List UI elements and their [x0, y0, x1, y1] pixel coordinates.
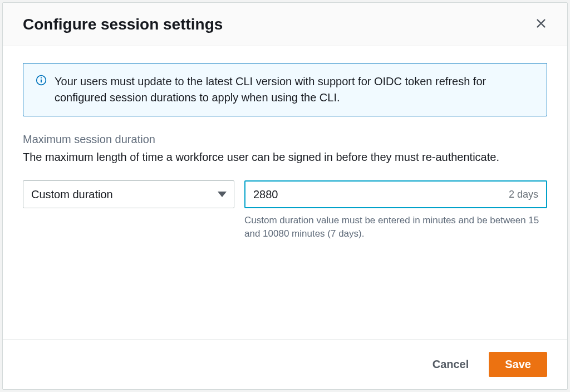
session-settings-modal: Configure session settings Your users mu…	[2, 2, 568, 390]
cancel-button[interactable]: Cancel	[428, 352, 474, 376]
save-button[interactable]: Save	[489, 352, 547, 377]
duration-select-wrap: Custom duration	[23, 180, 234, 208]
duration-input-wrap: 2 days	[244, 180, 547, 208]
modal-header: Configure session settings	[3, 3, 567, 46]
duration-input[interactable]	[244, 180, 547, 208]
info-banner-text: Your users must update to the latest CLI…	[55, 74, 534, 106]
modal-body: Your users must update to the latest CLI…	[3, 46, 567, 339]
info-banner: Your users must update to the latest CLI…	[23, 63, 547, 116]
duration-select[interactable]: Custom duration	[23, 180, 234, 208]
duration-select-value: Custom duration	[31, 188, 113, 201]
modal-footer: Cancel Save	[3, 339, 567, 389]
svg-point-4	[41, 77, 42, 79]
duration-input-column: 2 days Custom duration value must be ent…	[244, 180, 547, 241]
close-icon	[535, 17, 547, 30]
close-button[interactable]	[532, 14, 551, 35]
field-label: Maximum session duration	[23, 133, 547, 146]
info-icon	[36, 75, 47, 88]
input-row: Custom duration 2 days Custom duration v…	[23, 180, 547, 241]
duration-help-text: Custom duration value must be entered in…	[244, 214, 547, 241]
field-description: The maximum length of time a workforce u…	[23, 149, 547, 165]
modal-title: Configure session settings	[23, 16, 223, 33]
